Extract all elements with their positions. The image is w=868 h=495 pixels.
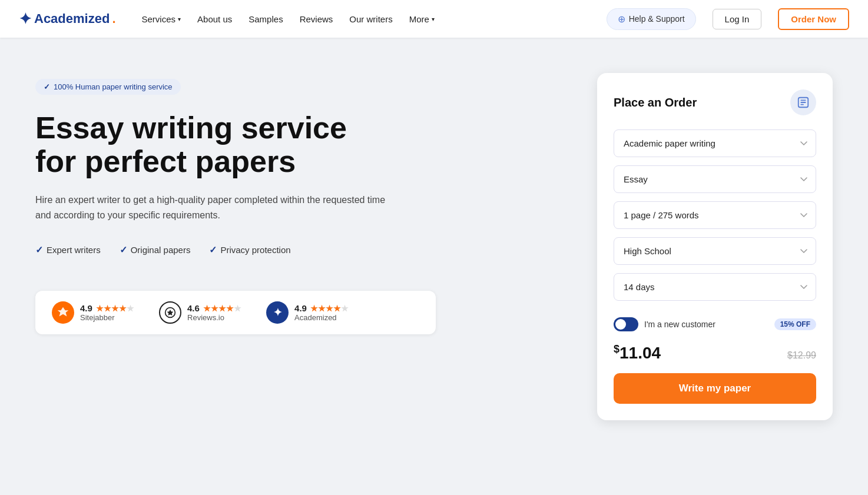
paper-type-select[interactable]: Academic paper writing Essay writing Res… [614,129,816,157]
academized-info: 4.9 ★★★★★ Academized [294,303,350,322]
order-card-title: Place an Order [614,96,697,109]
star-icons: ★★★★★ [310,304,349,313]
rating-reviewsio: 4.6 ★★★★★ Reviews.io [159,301,243,324]
help-icon: ⊕ [618,14,625,25]
paper-subtype-select[interactable]: Essay Research paper Term paper [614,165,816,193]
nav-about[interactable]: About us [197,14,232,24]
help-support-button[interactable]: ⊕ Help & Support [607,8,696,30]
reviewsio-info: 4.6 ★★★★★ Reviews.io [187,303,243,322]
logo-icon: ✦ [19,10,32,28]
rating-sitejabber: 4.9 ★★★★★ Sitejabber [52,301,135,324]
current-price: $11.04 [614,343,661,363]
hero-badge: ✓ 100% Human paper writing service [35,79,181,95]
hero-subtitle: Hire an expert writer to get a high-qual… [35,192,389,222]
logo-dot: . [112,11,115,26]
level-select[interactable]: High School College University Master's … [614,237,816,265]
deadline-select[interactable]: 14 days 10 days 7 days 3 days 24 hours [614,273,816,301]
star-icons: ★★★★★ [203,304,241,313]
price-row: $11.04 $12.99 [614,343,816,363]
sitejabber-info: 4.9 ★★★★★ Sitejabber [80,303,135,322]
order-card: Place an Order Academic paper writing Es… [597,73,833,420]
navbar: ✦ Academized. Services ▾ About us Sample… [0,0,868,38]
check-icon: ✓ [44,82,50,91]
login-button[interactable]: Log In [713,9,762,29]
rating-academized: ✦ 4.9 ★★★★★ Academized [266,301,350,324]
toggle-label: I'm a new customer [644,320,768,329]
chevron-down-icon: ▾ [432,16,435,22]
star-icons: ★★★★★ [96,304,134,313]
sitejabber-logo [52,301,74,324]
logo-text: Academized [34,11,110,26]
new-customer-toggle-row: I'm a new customer 15% OFF [614,317,816,331]
nav-samples[interactable]: Samples [249,14,283,24]
academized-logo: ✦ [266,301,289,324]
order-card-header: Place an Order [614,89,816,115]
original-price: $12.99 [787,350,816,361]
check-icon: ✓ [35,244,43,255]
nav-services[interactable]: Services ▾ [142,14,181,24]
feature-expert-writers: ✓ Expert writers [35,244,101,255]
reviewsio-logo [159,301,181,324]
check-icon: ✓ [209,244,217,255]
feature-privacy: ✓ Privacy protection [209,244,290,255]
pages-select[interactable]: 1 page / 275 words 2 pages / 550 words 3… [614,201,816,229]
hero-title: Essay writing service for perfect papers [35,111,574,178]
nav-more[interactable]: More ▾ [409,14,435,24]
check-icon: ✓ [120,244,127,255]
discount-badge: 15% OFF [774,318,816,330]
hero-features: ✓ Expert writers ✓ Original papers ✓ Pri… [35,244,574,255]
ratings-bar: 4.9 ★★★★★ Sitejabber 4.6 ★★ [35,291,436,334]
new-customer-toggle[interactable] [614,317,638,331]
hero-section: ✓ 100% Human paper writing service Essay… [35,73,574,334]
feature-original-papers: ✓ Original papers [120,244,191,255]
chevron-down-icon: ▾ [178,16,181,22]
nav-writers[interactable]: Our writers [349,14,392,24]
write-my-paper-button[interactable]: Write my paper [614,373,816,404]
logo[interactable]: ✦ Academized. [19,10,116,28]
order-now-button[interactable]: Order Now [778,8,849,30]
calculator-icon [790,89,816,115]
toggle-knob [615,319,626,330]
nav-reviews[interactable]: Reviews [300,14,333,24]
